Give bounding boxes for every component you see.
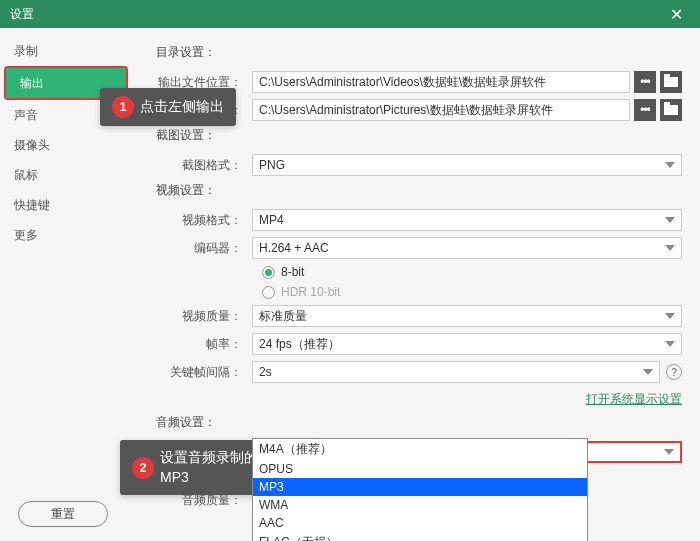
sidebar-item-record[interactable]: 录制: [0, 36, 132, 66]
section-audio: 音频设置：: [156, 414, 682, 431]
dropdown-item-m4a[interactable]: M4A（推荐）: [253, 439, 587, 460]
keyframe-select[interactable]: 2s: [252, 361, 660, 383]
folder-icon: [664, 105, 678, 115]
dropdown-item-aac[interactable]: AAC: [253, 514, 587, 532]
sidebar-item-hotkey[interactable]: 快捷键: [0, 190, 132, 220]
radio-hdr10-label: HDR 10-bit: [281, 285, 340, 299]
encoder-select[interactable]: H.264 + AAC: [252, 237, 682, 259]
output-path-more-button[interactable]: •••: [634, 71, 656, 93]
screenshot-path-browse-button[interactable]: [660, 99, 682, 121]
radio-8bit-label: 8-bit: [281, 265, 304, 279]
screenshot-path-more-button[interactable]: •••: [634, 99, 656, 121]
section-video: 视频设置：: [156, 182, 682, 199]
label-screenshot-format: 截图格式：: [142, 157, 252, 174]
section-screenshot: 截图设置：: [156, 127, 682, 144]
dropdown-item-wma[interactable]: WMA: [253, 496, 587, 514]
dropdown-item-flac[interactable]: FLAC（无损）: [253, 532, 587, 541]
video-format-select[interactable]: MP4: [252, 209, 682, 231]
badge-1: 1: [112, 96, 134, 118]
output-path-browse-button[interactable]: [660, 71, 682, 93]
label-keyframe: 关键帧间隔：: [142, 364, 252, 381]
output-path-field[interactable]: C:\Users\Administrator\Videos\数据蛙\数据蛙录屏软…: [252, 71, 630, 93]
label-encoder: 编码器：: [142, 240, 252, 257]
dropdown-item-opus[interactable]: OPUS: [253, 460, 587, 478]
close-button[interactable]: ✕: [662, 0, 690, 28]
audio-format-dropdown[interactable]: M4A（推荐） OPUS MP3 WMA AAC FLAC（无损） WAV（无损…: [252, 438, 588, 541]
sidebar-item-more[interactable]: 更多: [0, 220, 132, 250]
label-video-format: 视频格式：: [142, 212, 252, 229]
sidebar-item-mouse[interactable]: 鼠标: [0, 160, 132, 190]
framerate-select[interactable]: 24 fps（推荐）: [252, 333, 682, 355]
radio-8bit[interactable]: [262, 266, 275, 279]
label-video-quality: 视频质量：: [142, 308, 252, 325]
window-title: 设置: [10, 6, 34, 23]
open-display-link[interactable]: 打开系统显示设置: [586, 392, 682, 406]
reset-button[interactable]: 重置: [18, 501, 108, 527]
label-framerate: 帧率：: [142, 336, 252, 353]
sidebar-item-camera[interactable]: 摄像头: [0, 130, 132, 160]
dropdown-item-mp3[interactable]: MP3: [253, 478, 587, 496]
tooltip-1: 1 点击左侧输出: [100, 88, 236, 126]
keyframe-help-icon[interactable]: ?: [666, 364, 682, 380]
folder-icon: [664, 77, 678, 87]
screenshot-path-field[interactable]: C:\Users\Administrator\Pictures\数据蛙\数据蛙录…: [252, 99, 630, 121]
radio-hdr10[interactable]: [262, 286, 275, 299]
screenshot-format-select[interactable]: PNG: [252, 154, 682, 176]
video-quality-select[interactable]: 标准质量: [252, 305, 682, 327]
section-directory: 目录设置：: [156, 44, 682, 61]
badge-2: 2: [132, 457, 154, 479]
